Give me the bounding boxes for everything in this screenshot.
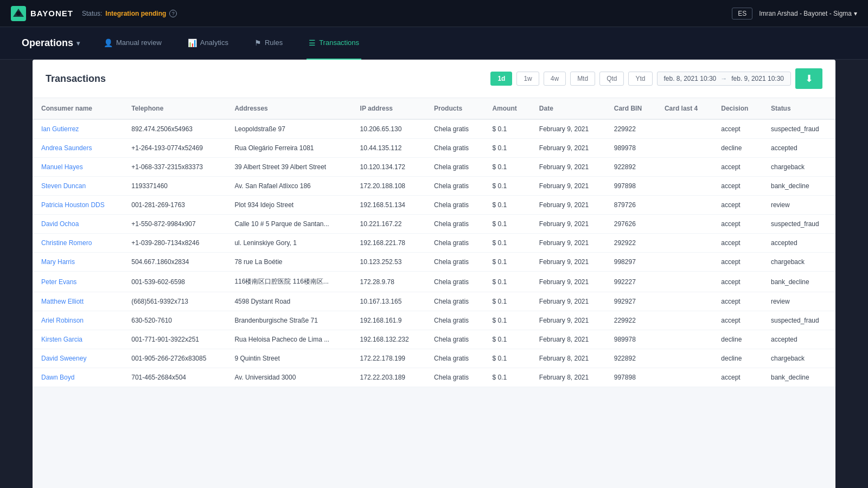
cell-card-bin: 997898	[605, 368, 656, 387]
cell-card-bin: 989978	[605, 139, 656, 158]
logo-area: BAYONET	[11, 6, 73, 21]
col-decision: Decision	[712, 98, 762, 119]
cell-amount: $ 0.1	[483, 177, 530, 196]
cell-status: bank_decline	[762, 272, 835, 292]
consumer-name-link[interactable]: Ian Gutierrez	[41, 125, 79, 133]
cell-telephone: +1-068-337-2315x83373	[123, 158, 226, 177]
consumer-name-link[interactable]: Manuel Hayes	[41, 163, 83, 171]
table-row[interactable]: David Sweeney001-905-266-2726x830859 Qui…	[33, 349, 835, 368]
cell-ip: 192.168.51.134	[352, 196, 425, 215]
cell-date: February 9, 2021	[531, 311, 605, 330]
cell-decision: accept	[712, 196, 762, 215]
consumer-name-link[interactable]: Dawn Boyd	[41, 374, 74, 381]
language-button[interactable]: ES	[732, 8, 752, 20]
cell-address: Av. San Rafael Atlixco 186	[226, 177, 351, 196]
table-row[interactable]: Ian Gutierrez892.474.2506x54963Leopoldst…	[33, 119, 835, 139]
period-1w[interactable]: 1w	[516, 72, 539, 86]
cell-telephone: 001-281-269-1763	[123, 196, 226, 215]
consumer-name-link[interactable]: David Ochoa	[41, 220, 79, 228]
consumer-name-link[interactable]: Christine Romero	[41, 239, 92, 247]
nav-transactions[interactable]: ☰ Transactions	[307, 27, 361, 60]
table-row[interactable]: Dawn Boyd701-465-2684x504Av. Universidad…	[33, 368, 835, 387]
cell-card-bin: 989978	[605, 330, 656, 349]
cell-status: review	[762, 196, 835, 215]
date-to: feb. 9, 2021 10:30	[731, 75, 784, 82]
consumer-name-link[interactable]: Ariel Robinson	[41, 317, 84, 324]
cell-ip: 172.20.188.108	[352, 177, 425, 196]
table-row[interactable]: Steven Duncan1193371460Av. San Rafael At…	[33, 177, 835, 196]
cell-decision: accept	[712, 368, 762, 387]
manual-review-label: Manual review	[116, 38, 162, 47]
cell-card-bin: 997898	[605, 177, 656, 196]
cell-ip: 10.123.252.53	[352, 253, 425, 272]
col-addresses: Addresses	[226, 98, 351, 119]
manual-review-icon: 👤	[104, 38, 113, 47]
cell-name: David Sweeney	[33, 349, 123, 368]
period-ytd[interactable]: Ytd	[628, 72, 652, 86]
table-row[interactable]: Kirsten Garcia001-771-901-3922x251Rua He…	[33, 330, 835, 349]
nav-analytics[interactable]: 📊 Analytics	[186, 27, 231, 60]
help-icon[interactable]: ?	[169, 10, 177, 17]
cell-date: February 9, 2021	[531, 139, 605, 158]
cell-products: Chela gratis	[425, 311, 483, 330]
date-from: feb. 8, 2021 10:30	[664, 75, 717, 82]
cell-date: February 9, 2021	[531, 234, 605, 253]
table-row[interactable]: Christine Romero+1-039-280-7134x8246ul. …	[33, 234, 835, 253]
cell-name: Peter Evans	[33, 272, 123, 292]
nav-rules[interactable]: ⚑ Rules	[252, 27, 285, 60]
cell-card-bin: 229922	[605, 119, 656, 139]
consumer-name-link[interactable]: Patricia Houston DDS	[41, 201, 105, 209]
table-row[interactable]: Mary Harris504.667.1860x283478 rue La Bo…	[33, 253, 835, 272]
period-4w[interactable]: 4w	[544, 72, 566, 86]
nav-manual-review[interactable]: 👤 Manual review	[101, 27, 164, 60]
cell-products: Chela gratis	[425, 292, 483, 311]
consumer-name-link[interactable]: Matthew Elliott	[41, 298, 84, 305]
cell-address: 9 Quintin Street	[226, 349, 351, 368]
consumer-name-link[interactable]: Kirsten Garcia	[41, 336, 82, 343]
table-row[interactable]: Andrea Saunders+1-264-193-0774x52469Rua …	[33, 139, 835, 158]
cell-amount: $ 0.1	[483, 253, 530, 272]
cell-amount: $ 0.1	[483, 158, 530, 177]
col-telephone: Telephone	[123, 98, 226, 119]
cell-ip: 172.22.203.189	[352, 368, 425, 387]
download-button[interactable]: ⬇	[795, 68, 822, 89]
table-row[interactable]: Manuel Hayes+1-068-337-2315x8337339 Albe…	[33, 158, 835, 177]
cell-address: Plot 934 Idejo Street	[226, 196, 351, 215]
cell-address: Rua Olegário Ferreira 1081	[226, 139, 351, 158]
consumer-name-link[interactable]: Andrea Saunders	[41, 144, 92, 152]
date-range[interactable]: feb. 8, 2021 10:30 → feb. 9, 2021 10:30	[657, 72, 792, 86]
logo-icon	[11, 6, 26, 21]
table-title: Transactions	[46, 73, 106, 85]
consumer-name-link[interactable]: David Sweeney	[41, 355, 86, 362]
table-row[interactable]: David Ochoa+1-550-872-9984x907Calle 10 #…	[33, 215, 835, 234]
table-row[interactable]: Patricia Houston DDS001-281-269-1763Plot…	[33, 196, 835, 215]
table-header: Transactions 1d 1w 4w Mtd Qtd Ytd feb. 8…	[33, 60, 835, 98]
cell-date: February 9, 2021	[531, 272, 605, 292]
cell-amount: $ 0.1	[483, 234, 530, 253]
analytics-label: Analytics	[200, 38, 228, 47]
cell-decision: decline	[712, 139, 762, 158]
cell-products: Chela gratis	[425, 349, 483, 368]
cell-card-bin: 292922	[605, 234, 656, 253]
consumer-name-link[interactable]: Peter Evans	[41, 278, 76, 286]
consumer-name-link[interactable]: Mary Harris	[41, 258, 75, 266]
cell-name: Ariel Robinson	[33, 311, 123, 330]
table-row[interactable]: Peter Evans001-539-602-6598116楼南区口腔医院 11…	[33, 272, 835, 292]
table-row[interactable]: Ariel Robinson630-520-7610Brandenburgisc…	[33, 311, 835, 330]
table-row[interactable]: Matthew Elliott(668)561-9392x7134598 Dys…	[33, 292, 835, 311]
cell-products: Chela gratis	[425, 177, 483, 196]
transactions-icon: ☰	[309, 38, 316, 47]
cell-telephone: 630-520-7610	[123, 311, 226, 330]
cell-products: Chela gratis	[425, 215, 483, 234]
period-qtd[interactable]: Qtd	[599, 72, 624, 86]
cell-date: February 9, 2021	[531, 253, 605, 272]
operations-label: Operations	[22, 37, 73, 49]
period-mtd[interactable]: Mtd	[570, 72, 595, 86]
cell-date: February 8, 2021	[531, 330, 605, 349]
cell-date: February 9, 2021	[531, 196, 605, 215]
status-area: Status: Integration pending ?	[82, 10, 177, 17]
cell-telephone: 001-905-266-2726x83085	[123, 349, 226, 368]
operations-dropdown[interactable]: Operations ▾	[22, 37, 80, 49]
period-1d[interactable]: 1d	[490, 72, 512, 86]
consumer-name-link[interactable]: Steven Duncan	[41, 182, 86, 190]
